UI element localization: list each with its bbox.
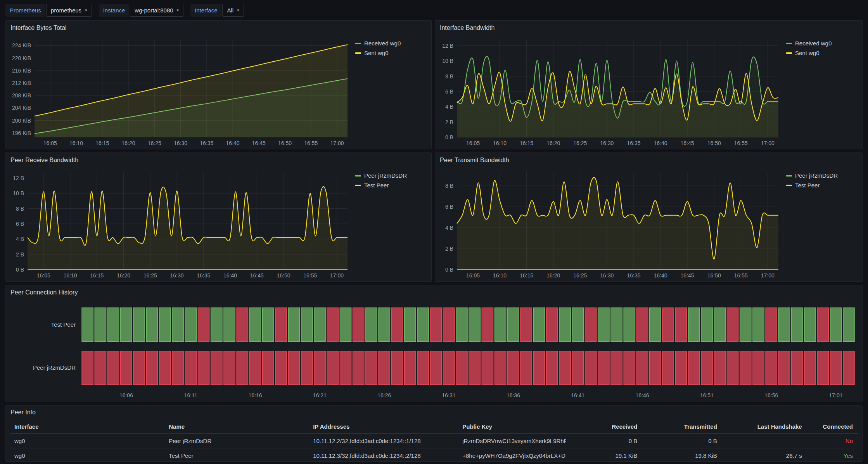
svg-text:Test Peer: Test Peer — [51, 321, 76, 328]
connection-history-canvas[interactable]: Test PeerPeer jRzmDsDR16:0616:1116:1616:… — [7, 300, 861, 400]
status-cell — [766, 308, 777, 341]
status-cell — [559, 351, 571, 385]
status-cell — [224, 308, 235, 341]
var-interface-select[interactable]: All ▾ — [222, 4, 244, 17]
status-cell — [585, 351, 596, 385]
svg-text:6 B: 6 B — [445, 88, 453, 95]
legend-item[interactable]: Peer jRzmDsDR — [355, 172, 427, 179]
table-cell: jRzmDsDRVnwCt13vsyamXherk9L9RhR — [458, 434, 566, 448]
status-cell — [198, 308, 209, 341]
status-cell — [508, 351, 519, 385]
svg-text:16:10: 16:10 — [63, 272, 77, 279]
status-cell — [650, 308, 661, 341]
column-header[interactable]: Interface — [10, 420, 164, 434]
svg-text:16:30: 16:30 — [600, 140, 614, 146]
status-cell — [753, 308, 764, 341]
series-color-marker — [786, 52, 792, 54]
status-cell — [133, 308, 145, 341]
status-cell — [327, 308, 338, 341]
column-header[interactable]: Received — [566, 420, 643, 434]
series-color-marker — [786, 43, 792, 44]
interface-bandwidth-chart-canvas[interactable]: 0 B2 B4 B6 B8 B10 B12 B16:0516:1016:1516… — [437, 35, 783, 147]
table-cell: 0 B — [643, 434, 723, 448]
svg-text:212 KiB: 212 KiB — [12, 80, 31, 86]
status-cell — [495, 308, 506, 341]
svg-text:16:55: 16:55 — [304, 140, 318, 146]
var-group-prometheus: Prometheus prometheus ▾ — [5, 4, 92, 17]
svg-text:17:00: 17:00 — [761, 140, 775, 146]
svg-text:2 B: 2 B — [445, 119, 453, 125]
svg-text:200 KiB: 200 KiB — [12, 118, 31, 124]
table-cell: No — [807, 434, 858, 448]
status-cell — [237, 351, 248, 385]
status-cell — [766, 351, 777, 385]
status-cell — [533, 351, 545, 385]
legend-label: Received wg0 — [795, 40, 832, 47]
legend-label: Sent wg0 — [364, 50, 389, 56]
svg-text:16:55: 16:55 — [734, 140, 748, 146]
status-cell — [275, 308, 287, 341]
status-cell — [675, 351, 686, 385]
status-cell — [417, 351, 429, 385]
svg-text:16:45: 16:45 — [250, 272, 264, 279]
legend-item[interactable]: Received wg0 — [355, 40, 427, 47]
status-cell — [353, 351, 364, 385]
status-cell — [727, 308, 738, 341]
panel-title[interactable]: Peer Info — [6, 406, 862, 419]
status-cell — [714, 308, 725, 341]
status-cell — [314, 308, 325, 341]
column-header[interactable]: IP Addresses — [308, 420, 458, 434]
legend-item[interactable]: Test Peer — [786, 182, 858, 189]
svg-text:8 B: 8 B — [445, 73, 453, 80]
status-cell — [740, 351, 751, 385]
svg-text:0 B: 0 B — [445, 267, 453, 273]
status-cell — [263, 351, 274, 385]
peer-transmit-chart-canvas[interactable]: 0 B2 B4 B6 B8 B16:0516:1016:1516:2016:25… — [437, 168, 783, 280]
panel-peer-transmit-bandwidth: Peer Transmit Bandwidth 0 B2 B4 B6 B8 B1… — [435, 152, 863, 282]
status-cell — [366, 308, 377, 341]
status-cell — [249, 351, 261, 385]
status-cell — [662, 308, 674, 341]
panel-title[interactable]: Interface Bytes Total — [6, 21, 431, 35]
column-header[interactable]: Transmitted — [643, 420, 723, 434]
legend-item[interactable]: Received wg0 — [786, 40, 858, 47]
var-instance-select[interactable]: wg-portal:8080 ▾ — [130, 4, 183, 17]
status-cell — [263, 308, 274, 341]
status-cell — [443, 308, 454, 341]
legend-item[interactable]: Sent wg0 — [355, 50, 427, 56]
column-header[interactable]: Public Key — [458, 420, 566, 434]
status-cell — [482, 351, 493, 385]
bytes-total-chart-canvas[interactable]: 196 KiB200 KiB204 KiB208 KiB212 KiB216 K… — [7, 35, 352, 147]
panel-title[interactable]: Peer Connection History — [6, 285, 862, 300]
status-cell — [172, 308, 183, 341]
status-cell — [611, 351, 622, 385]
time-series-svg: 0 B2 B4 B6 B8 B10 B12 B16:0516:1016:1516… — [7, 168, 352, 280]
column-header[interactable]: Last Handshake — [723, 420, 807, 434]
var-prometheus-select[interactable]: prometheus ▾ — [46, 4, 92, 17]
svg-text:208 KiB: 208 KiB — [12, 92, 31, 99]
legend-item[interactable]: Test Peer — [355, 182, 427, 189]
status-cell — [430, 351, 441, 385]
peer-receive-chart-canvas[interactable]: 0 B2 B4 B6 B8 B10 B12 B16:0516:1016:1516… — [7, 168, 352, 280]
panel-title[interactable]: Interface Bandwidth — [435, 21, 862, 35]
status-cell — [456, 308, 467, 341]
svg-text:16:06: 16:06 — [119, 392, 133, 398]
legend-item[interactable]: Peer jRzmDsDR — [786, 172, 858, 179]
status-cell — [172, 351, 183, 385]
column-header[interactable]: Name — [164, 420, 308, 434]
panel-title[interactable]: Peer Receive Bandwidth — [6, 153, 431, 168]
svg-text:16:40: 16:40 — [223, 272, 237, 279]
svg-text:16:10: 16:10 — [493, 140, 507, 146]
legend-item[interactable]: Sent wg0 — [786, 50, 858, 56]
panel-title[interactable]: Peer Transmit Bandwidth — [435, 153, 862, 168]
table-cell: 19.8 KiB — [643, 448, 723, 460]
status-cell — [572, 351, 583, 385]
status-cell — [405, 351, 416, 385]
status-cell — [366, 351, 377, 385]
status-cell — [804, 351, 816, 385]
legend-label: Peer jRzmDsDR — [795, 172, 838, 179]
column-header[interactable]: Connected — [807, 420, 858, 434]
svg-text:4 B: 4 B — [445, 225, 453, 231]
status-cell — [185, 351, 196, 385]
series-color-marker — [786, 185, 792, 186]
